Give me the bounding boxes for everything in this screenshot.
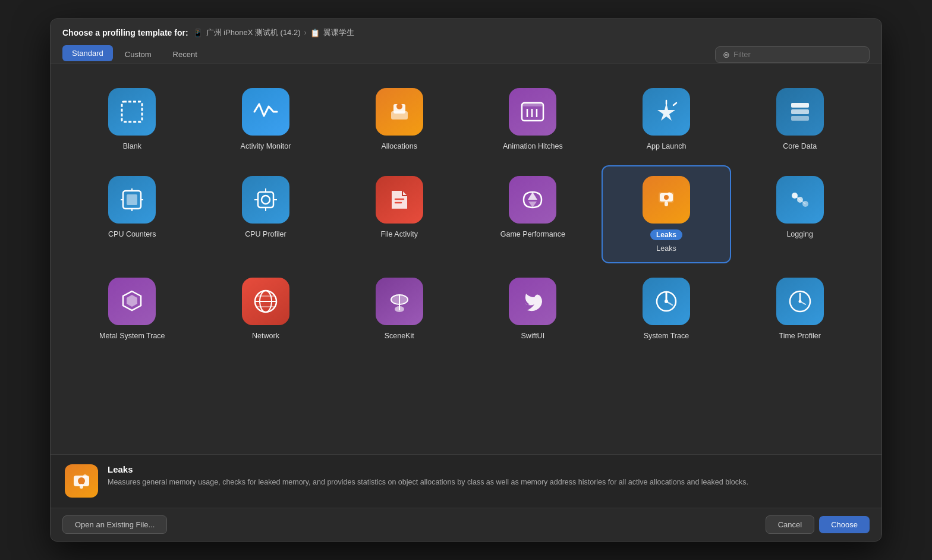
template-item-cpu-profiler[interactable]: CPU Profiler [202, 166, 330, 263]
svg-rect-0 [122, 102, 142, 122]
svg-rect-20 [258, 192, 273, 207]
template-item-scenekit[interactable]: SceneKit [335, 268, 463, 350]
template-icon-system-trace [643, 278, 690, 325]
template-icon-metal-system-trace [108, 278, 156, 325]
choose-button[interactable]: Choose [819, 516, 870, 533]
svg-point-46 [395, 306, 404, 312]
cancel-button[interactable]: Cancel [766, 515, 814, 534]
template-item-core-data[interactable]: Core Data [736, 78, 864, 161]
svg-point-21 [262, 196, 270, 204]
tab-standard[interactable]: Standard [62, 45, 113, 61]
svg-point-56 [78, 477, 85, 485]
template-name-app-launch: App Launch [647, 141, 687, 152]
description-bar: Leaks Measures general memory usage, che… [51, 454, 881, 508]
template-item-network[interactable]: Network [202, 268, 330, 350]
template-item-cpu-counters[interactable]: CPU Counters [68, 166, 196, 263]
svg-point-50 [665, 300, 668, 303]
template-item-leaks[interactable]: Leaks Leaks [603, 166, 731, 263]
svg-line-10 [673, 103, 676, 105]
device-name: 广州 iPhoneX 测试机 (14.2) [206, 27, 301, 38]
template-name-file-activity: File Activity [380, 229, 418, 240]
filter-wrap: ⊜ [715, 46, 870, 63]
template-name-activity-monitor: Activity Monitor [241, 141, 291, 152]
description-icon [65, 464, 98, 498]
template-name-core-data: Core Data [783, 141, 817, 152]
template-item-app-launch[interactable]: App Launch [603, 78, 731, 161]
template-icon-swiftui [509, 278, 556, 325]
template-item-game-performance[interactable]: Game Performance [469, 166, 597, 263]
template-icon-logging [776, 176, 824, 224]
svg-point-32 [667, 192, 670, 195]
template-icon-animation-hitches [509, 88, 556, 136]
template-icon-core-data [776, 88, 824, 136]
template-icon-cpu-counters [108, 176, 156, 224]
template-item-logging[interactable]: Logging [736, 166, 864, 263]
template-name-blank: Blank [123, 141, 141, 152]
template-name-scenekit: SceneKit [385, 331, 414, 342]
svg-line-54 [800, 301, 805, 304]
template-item-allocations[interactable]: Allocations [335, 78, 463, 161]
svg-rect-12 [791, 109, 809, 114]
template-icon-cpu-profiler [242, 176, 289, 224]
filter-icon: ⊜ [723, 50, 730, 59]
svg-point-30 [664, 195, 669, 200]
template-icon-app-launch [643, 88, 690, 136]
svg-point-58 [83, 474, 87, 478]
template-icon-allocations [376, 88, 423, 136]
description-text: Leaks Measures general memory usage, che… [108, 464, 867, 488]
profiling-dialog: Choose a profiling template for: 📱 广州 iP… [50, 18, 882, 542]
template-icon-network [242, 278, 289, 325]
svg-rect-13 [791, 116, 809, 121]
template-name-cpu-profiler: CPU Profiler [245, 229, 286, 240]
template-icon-scenekit [376, 278, 423, 325]
chevron-icon: › [304, 29, 307, 37]
template-name-animation-hitches: Animation Hitches [503, 141, 563, 152]
open-existing-button[interactable]: Open an Existing File... [62, 515, 167, 534]
template-name-swiftui: SwiftUI [521, 331, 545, 342]
template-name-system-trace: System Trace [644, 331, 689, 342]
template-name-game-performance: Game Performance [500, 229, 565, 240]
template-icon-activity-monitor [242, 88, 289, 136]
dialog-footer: Open an Existing File... Cancel Choose [51, 508, 881, 541]
app-name: 翼课学生 [323, 27, 354, 38]
template-item-file-activity[interactable]: File Activity [335, 166, 463, 263]
selected-badge: Leaks [650, 229, 682, 240]
app-icon: 📋 [310, 29, 320, 37]
template-item-activity-monitor[interactable]: Activity Monitor [202, 78, 330, 161]
svg-rect-57 [80, 484, 83, 489]
template-name-network: Network [252, 331, 279, 342]
tabs-filter-row: Standard Custom Recent ⊜ [62, 45, 870, 64]
svg-rect-11 [791, 103, 809, 108]
template-icon-file-activity [376, 176, 423, 224]
device-icon: 📱 [193, 29, 203, 37]
svg-rect-31 [665, 202, 668, 206]
tab-custom[interactable]: Custom [115, 45, 161, 64]
tab-recent[interactable]: Recent [163, 45, 207, 64]
dialog-header: Choose a profiling template for: 📱 广州 iP… [51, 19, 881, 64]
template-name-logging: Logging [786, 229, 813, 240]
dialog-title: Choose a profiling template for: [62, 28, 188, 37]
template-name-metal-system-trace: Metal System Trace [99, 331, 165, 342]
template-icon-blank [108, 88, 156, 136]
template-name-cpu-counters: CPU Counters [108, 229, 156, 240]
template-item-swiftui[interactable]: SwiftUI [469, 268, 597, 350]
svg-rect-15 [127, 194, 137, 205]
template-name-leaks: Leaks [656, 244, 676, 254]
template-icon-game-performance [509, 176, 556, 224]
filter-input[interactable] [733, 50, 862, 59]
svg-rect-5 [522, 103, 543, 106]
template-item-time-profiler[interactable]: Time Profiler [736, 268, 864, 350]
template-item-animation-hitches[interactable]: Animation Hitches [469, 78, 597, 161]
template-grid: Blank Activity Monitor Allocations Anima… [51, 64, 881, 454]
description-body: Measures general memory usage, checks fo… [108, 477, 867, 488]
tab-bar: Standard Custom Recent [62, 45, 207, 64]
device-info: 📱 广州 iPhoneX 测试机 (14.2) › 📋 翼课学生 [193, 27, 354, 38]
footer-right: Cancel Choose [766, 515, 870, 534]
description-title: Leaks [108, 464, 867, 474]
template-item-blank[interactable]: Blank [68, 78, 196, 161]
template-item-system-trace[interactable]: System Trace [603, 268, 731, 350]
template-item-metal-system-trace[interactable]: Metal System Trace [68, 268, 196, 350]
svg-rect-2 [391, 111, 408, 119]
svg-point-3 [396, 103, 402, 109]
template-name-time-profiler: Time Profiler [779, 331, 820, 342]
